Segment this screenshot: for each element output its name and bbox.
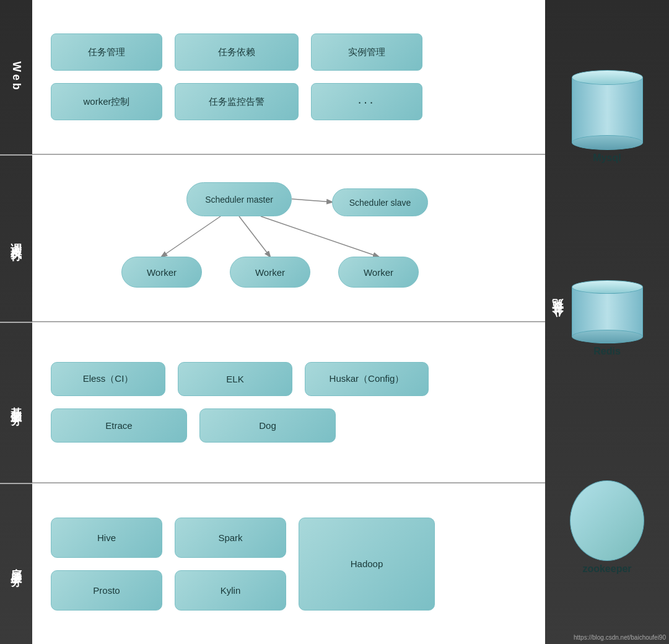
huskar-box: Huskar（Config）: [305, 362, 429, 396]
task-management-box: 任务管理: [51, 33, 162, 71]
right-panel: 公共设施 Mysql Redis: [545, 0, 669, 644]
schedule-diagram: Scheduler master Scheduler slave Worker …: [97, 176, 481, 300]
hadoop-box: Hadoop: [299, 518, 435, 611]
web-section: 任务管理 任务依赖 实例管理 worker控制 任务监控告警 ···: [32, 0, 545, 155]
worker2-box: Worker: [230, 257, 310, 288]
schedule-section: Scheduler master Scheduler slave Worker …: [32, 155, 545, 322]
zookeeper-item: zookeeper: [570, 426, 644, 629]
etrace-box: Etrace: [51, 408, 187, 443]
zookeeper-shape: [570, 480, 644, 561]
schedule-label: 调度执行: [0, 156, 32, 322]
task-monitor-box: 任务监控告警: [175, 83, 299, 120]
dog-box: Dog: [199, 408, 336, 443]
redis-label: Redis: [593, 346, 621, 357]
public-label: 公共设施: [550, 317, 565, 327]
web-label: Web: [0, 0, 32, 154]
svg-line-3: [261, 216, 378, 257]
scheduler-master-box: Scheduler master: [186, 182, 292, 216]
svg-line-2: [239, 216, 270, 257]
left-label-bar: Web 调度执行 基础服务 底层服务: [0, 0, 32, 644]
web-grid: 任务管理 任务依赖 实例管理 worker控制 任务监控告警 ···: [51, 33, 422, 120]
zookeeper-label: zookeeper: [582, 563, 631, 575]
mysql-label: Mysql: [593, 152, 621, 164]
svg-line-1: [162, 216, 221, 257]
worker-control-box: worker控制: [51, 83, 162, 120]
svg-line-0: [292, 199, 332, 202]
basic-section: Eless（CI） ELK Huskar（Config） Etrace Dog: [32, 322, 545, 483]
eless-box: Eless（CI）: [51, 362, 165, 396]
worker3-box: Worker: [338, 257, 419, 288]
basic-label: 基础服务: [0, 323, 32, 483]
main-content: 任务管理 任务依赖 实例管理 worker控制 任务监控告警 ···: [32, 0, 545, 644]
task-dependency-box: 任务依赖: [175, 33, 299, 71]
kylin-box: Kylin: [175, 570, 286, 611]
more-box: ···: [311, 83, 422, 120]
bottom-section: Hive Spark Hadoop Prosto Kylin: [32, 483, 545, 644]
mysql-item: Mysql: [572, 15, 643, 218]
watermark: https://blog.csdn.net/baichoufei90: [574, 634, 666, 641]
redis-item: Redis: [572, 218, 643, 420]
scheduler-slave-box: Scheduler slave: [332, 188, 428, 216]
elk-box: ELK: [178, 362, 292, 396]
bottom-label: 底层服务: [0, 484, 32, 644]
worker1-box: Worker: [121, 257, 202, 288]
prosto-box: Prosto: [51, 570, 162, 611]
instance-management-box: 实例管理: [311, 33, 422, 71]
hive-box: Hive: [51, 518, 162, 558]
spark-box: Spark: [175, 518, 286, 558]
